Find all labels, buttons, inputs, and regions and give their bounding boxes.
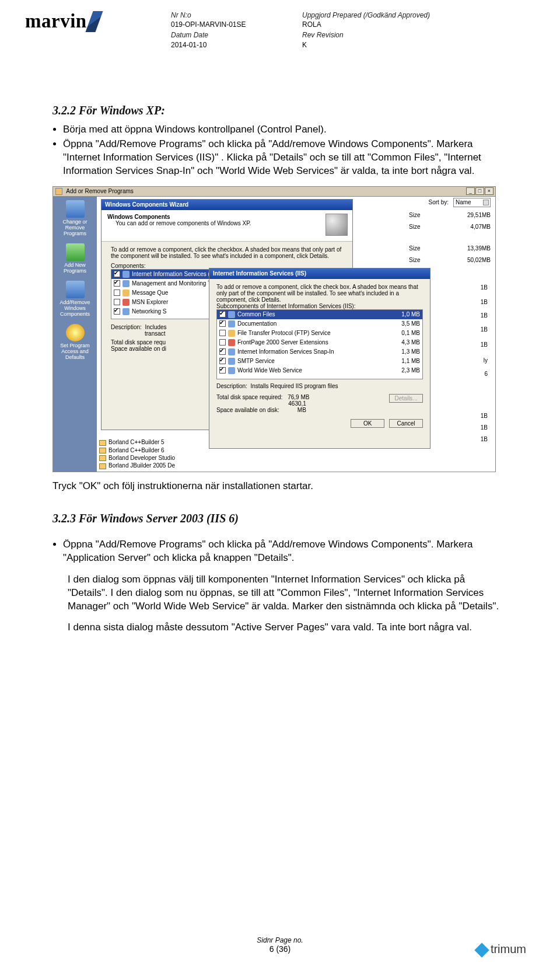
section-3-2-3-title: 3.2.3 För Windows Server 2003 (IIS 6) — [52, 512, 508, 525]
arp-sidebar: Change orRemovePrograms Add NewPrograms … — [53, 197, 97, 472]
subcomponents-label: Subcomponents of Internet Information Se… — [216, 303, 423, 309]
minimize-button[interactable]: _ — [466, 187, 475, 195]
date-value: 2014-01-10 — [171, 40, 246, 50]
section-3-2-2-after: Tryck "OK" och följ instruktionerna när … — [52, 480, 508, 492]
screenshot-add-remove-programs: Add or Remove Programs _ □ × Change orRe… — [52, 186, 496, 472]
wizard-heading: Windows Components — [107, 214, 346, 220]
bullet-2: Öppna "Add/Remove Programs" och klicka p… — [63, 138, 508, 178]
sub-ftp[interactable]: File Transfer Protocol (FTP) Service0,1 … — [217, 329, 422, 338]
ok-button[interactable]: OK — [351, 419, 384, 428]
diamond-icon — [474, 943, 489, 957]
date-label: Datum Date — [171, 30, 246, 40]
wizard-note: To add or remove a component, click the … — [111, 246, 343, 259]
nr-value: 019-OPI-MARVIN-01SE — [171, 20, 246, 29]
sidebar-add-new[interactable]: Add NewPrograms — [53, 240, 97, 277]
sub-smtp[interactable]: SMTP Service1,1 MB — [217, 357, 422, 366]
arp-titlebar[interactable]: Add or Remove Programs _ □ × — [52, 186, 496, 197]
list-item[interactable]: Borland Developer Studio — [99, 455, 491, 461]
rev-label: Rev Revision — [302, 30, 430, 40]
section-3-2-2-list: Börja med att öppna Windows kontrollpane… — [63, 123, 508, 178]
close-button[interactable]: × — [485, 187, 494, 195]
sub-snapin[interactable]: Internet Information Services Snap-In1,3… — [217, 347, 422, 357]
sidebar-add-remove-components[interactable]: Add/RemoveWindowsComponents — [53, 277, 97, 320]
maximize-button[interactable]: □ — [475, 187, 484, 195]
prepared-value: ROLA — [302, 20, 430, 29]
iis-details-dialog: Internet Information Services (IIS) To a… — [209, 268, 430, 449]
details-button: Details... — [389, 394, 423, 403]
chevron-down-icon — [483, 200, 489, 205]
wizard-subheading: You can add or remove components of Wind… — [116, 220, 346, 226]
section-3-2-2-title: 3.2.2 För Windows XP: — [52, 104, 508, 117]
program-size-list: Size29,51MB Size4,07MB Size13,39MB Size5… — [409, 212, 491, 268]
section-3-2-3-p1: I den dialog som öppnas välj till kompon… — [68, 573, 508, 613]
wizard-titlebar[interactable]: Windows Components Wizard — [102, 200, 352, 210]
iis-note: To add or remove a component, click the … — [216, 284, 423, 303]
arp-icon — [55, 188, 62, 195]
sub-frontpage[interactable]: FrontPage 2000 Server Extensions4,3 MB — [217, 338, 422, 347]
cancel-button[interactable]: Cancel — [389, 419, 423, 428]
sub-www[interactable]: World Wide Web Service2,3 MB — [217, 366, 422, 375]
sort-by-dropdown[interactable]: Name — [453, 198, 491, 207]
list-item[interactable]: Borland JBuilder 2005 De — [99, 462, 491, 469]
subcomponents-list[interactable]: Common Files1,0 MB Documentation3,5 MB F… — [216, 309, 423, 379]
description-label: Description: — [111, 324, 142, 330]
trimum-logo: trimum — [477, 943, 526, 956]
sub-common-files[interactable]: Common Files1,0 MB — [217, 310, 422, 319]
sidebar-change-remove[interactable]: Change orRemovePrograms — [53, 197, 97, 240]
rev-value: K — [302, 40, 430, 50]
iis-description-label: Description: — [216, 383, 247, 389]
prepared-label: Uppgjord Prepared (/Godkänd Approved) — [302, 11, 430, 20]
sub-documentation[interactable]: Documentation3,5 MB — [217, 319, 422, 329]
arp-title-text: Add or Remove Programs — [66, 188, 134, 194]
sort-by-label: Sort by: — [429, 199, 449, 205]
marvin-logo: marvin — [25, 11, 99, 32]
sidebar-set-program-access[interactable]: Set ProgramAccess andDefaults — [53, 320, 97, 364]
section-3-2-3-bullet: Öppna "Add/Remove Programs" och klicka p… — [63, 538, 508, 565]
nr-label: Nr N:o — [171, 11, 246, 20]
cd-icon — [326, 214, 348, 236]
section-3-2-3-p2: I denna sista dialog måste dessutom "Act… — [68, 621, 508, 634]
bullet-1: Börja med att öppna Windows kontrollpane… — [63, 123, 508, 137]
iis-titlebar[interactable]: Internet Information Services (IIS) — [209, 268, 430, 279]
